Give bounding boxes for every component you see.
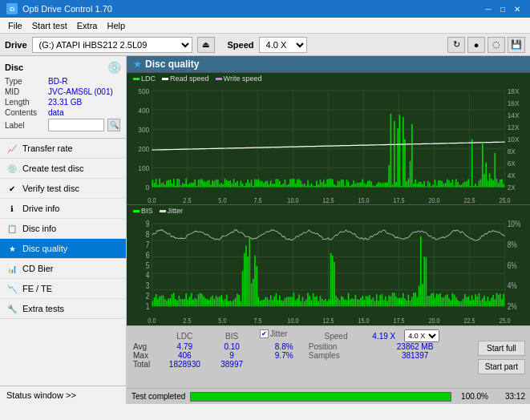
svg-rect-484 [500,294,501,307]
nav-create-test-disc[interactable]: 💿 Create test disc [0,159,126,179]
svg-rect-90 [233,179,235,188]
length-value: 23.31 GB [48,98,82,107]
nav-disc-quality[interactable]: ★ Disc quality [0,239,126,259]
svg-rect-313 [198,294,200,306]
svg-rect-194 [417,184,419,187]
menu-file[interactable]: File [3,20,27,31]
svg-rect-210 [445,183,447,187]
drive-select[interactable]: (G:) ATAPI iHBS212 2.5L09 [32,37,192,53]
svg-rect-310 [192,300,194,306]
svg-rect-417 [382,294,383,306]
svg-rect-127 [298,179,300,187]
start-part-button[interactable]: Start part [478,359,525,374]
menu-start-test[interactable]: Start test [27,20,72,31]
nav-fe-te[interactable]: 📉 FE / TE [0,279,126,299]
minimize-button[interactable]: ─ [482,3,495,14]
svg-rect-353 [269,301,270,307]
svg-rect-328 [225,300,226,307]
svg-rect-327 [222,301,224,307]
disc-label-row: Label 🔍 [5,119,121,131]
nav-disc-info[interactable]: 📋 Disc info [0,219,126,239]
speed-dropdown[interactable]: 4.0 X [404,329,439,342]
svg-rect-178 [388,165,390,187]
svg-rect-44 [152,180,153,187]
nav-verify-test-disc[interactable]: ✔ Verify test disc [0,179,126,199]
svg-rect-202 [431,186,432,187]
fe-te-icon: 📉 [6,283,18,294]
svg-rect-176 [385,183,386,188]
svg-text:10.0: 10.0 [287,197,299,205]
disc-length-row: Length 23.31 GB [5,98,121,107]
save-button[interactable]: 💾 [508,37,525,53]
label-input[interactable] [48,119,104,131]
nav-drive-info[interactable]: ℹ Drive info [0,199,126,219]
ldc-chart: LDC Read speed Write speed 5004003002001… [127,73,530,205]
nav-transfer-rate[interactable]: 📈 Transfer rate [0,139,126,159]
svg-rect-326 [220,296,222,307]
maximize-button[interactable]: □ [496,3,509,14]
svg-text:300: 300 [138,125,149,134]
content-icon: ★ [133,59,142,70]
speed-value-header: 4.19 X [363,329,404,342]
eject-button[interactable]: ⏏ [197,37,215,53]
svg-rect-45 [154,183,156,187]
svg-rect-242 [501,180,503,188]
svg-rect-334 [235,298,237,307]
bis-chart: BIS Jitter 98765432110%8%6%4%2%0.02.55.0… [127,205,530,325]
svg-rect-332 [231,302,233,307]
svg-rect-372 [301,297,303,307]
svg-rect-451 [441,298,443,307]
close-button[interactable]: ✕ [511,3,524,14]
svg-rect-421 [388,296,390,307]
svg-rect-371 [300,302,301,307]
svg-rect-50 [163,182,164,187]
readspeed-legend-label: Read speed [170,75,209,83]
avg-jitter: 8.8% [260,342,309,351]
svg-rect-150 [339,181,341,188]
svg-rect-375 [307,293,309,307]
svg-rect-155 [348,182,350,188]
max-row-label: Max [133,351,157,360]
svg-rect-177 [386,182,388,187]
svg-rect-113 [273,184,275,187]
svg-rect-471 [476,297,478,306]
svg-rect-157 [351,184,353,188]
svg-text:0.0: 0.0 [148,197,156,205]
svg-rect-305 [184,300,185,307]
speed-select[interactable]: 4.0 X [259,37,307,53]
status-window-btn[interactable]: Status window >> [0,386,126,404]
svg-rect-440 [422,285,423,307]
refresh-button[interactable]: ↻ [447,37,465,53]
svg-rect-230 [480,179,482,187]
svg-text:500: 500 [138,87,149,95]
erase-button[interactable]: ◌ [488,37,505,53]
label-btn[interactable]: 🔍 [107,119,120,131]
svg-rect-360 [281,301,282,306]
nav-extra-tests[interactable]: 🔧 Extra tests [0,299,126,319]
svg-rect-92 [237,181,238,188]
svg-rect-469 [473,300,475,306]
svg-rect-415 [378,301,379,307]
svg-rect-124 [293,179,294,188]
svg-text:2: 2 [146,292,150,301]
svg-rect-227 [475,184,476,188]
svg-rect-182 [395,182,397,188]
svg-rect-481 [494,300,496,307]
svg-rect-114 [275,179,277,187]
svg-rect-63 [185,179,187,188]
svg-rect-58 [176,179,178,188]
svg-rect-455 [448,298,450,306]
menu-help[interactable]: Help [102,20,130,31]
svg-rect-447 [435,298,436,307]
menu-extra[interactable]: Extra [72,20,103,31]
svg-rect-438 [419,286,420,307]
svg-rect-167 [369,180,370,187]
start-full-button[interactable]: Start full [478,341,525,356]
nav-cd-bier[interactable]: 📊 CD Bier [0,259,126,279]
writespeed-legend-item: Write speed [216,75,262,83]
burn-button[interactable]: ● [467,37,485,53]
svg-rect-345 [254,256,256,306]
content-area: ★ Disc quality LDC Read speed [127,56,530,404]
disc-icon: 💿 [107,61,121,74]
jitter-checkbox[interactable]: ✔ [260,329,269,338]
